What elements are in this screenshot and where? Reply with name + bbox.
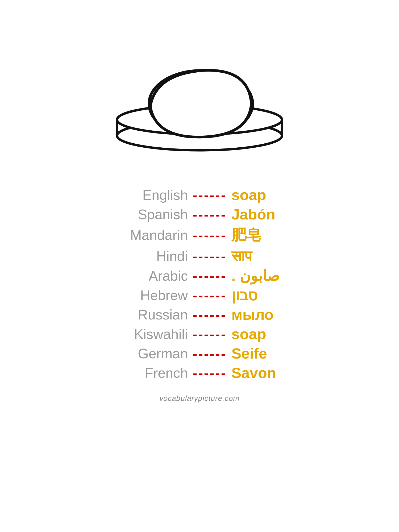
vocab-row: Spanish------Jabón xyxy=(109,206,290,223)
translation-word: साप xyxy=(231,247,290,265)
language-label: Arabic xyxy=(113,268,188,284)
dashes-separator: ------ xyxy=(193,268,227,284)
translation-word: soap xyxy=(231,325,290,343)
vocabulary-section: English------soapSpanish------JabónManda… xyxy=(0,181,399,384)
dashes-separator: ------ xyxy=(193,206,227,222)
vocab-row: English------soap xyxy=(109,186,290,203)
dashes-separator: ------ xyxy=(193,307,227,323)
translation-word: Savon xyxy=(231,364,290,381)
language-label: French xyxy=(113,365,188,381)
vocab-row: Mandarin------肥皂 xyxy=(109,225,290,245)
vocab-row: Hebrew------סבון xyxy=(109,286,290,304)
soap-illustration xyxy=(100,21,299,160)
dashes-separator: ------ xyxy=(193,365,227,381)
translation-word: סבון xyxy=(231,286,290,304)
vocab-row: French------Savon xyxy=(109,364,290,381)
vocab-row: Russian------мыло xyxy=(109,306,290,323)
language-label: German xyxy=(113,346,188,361)
dashes-separator: ------ xyxy=(193,346,227,361)
language-label: Hebrew xyxy=(113,287,188,303)
translation-word: 肥皂 xyxy=(231,225,290,245)
language-label: Russian xyxy=(113,307,188,323)
language-label: Hindi xyxy=(113,248,188,264)
dashes-separator: ------ xyxy=(193,227,227,243)
vocab-row: German------Seife xyxy=(109,345,290,362)
vocab-row: Hindi------साप xyxy=(109,247,290,265)
footer-url: vocabularypicture.com xyxy=(159,394,239,403)
language-label: Spanish xyxy=(113,206,188,222)
translation-word: мыло xyxy=(231,306,290,323)
translation-word: Jabón xyxy=(231,206,290,223)
translation-word: . صابون xyxy=(231,267,290,284)
language-label: Mandarin xyxy=(113,227,188,243)
translation-word: soap xyxy=(231,186,290,203)
vocab-row: Arabic------. صابون xyxy=(109,267,290,284)
dashes-separator: ------ xyxy=(193,287,227,303)
dashes-separator: ------ xyxy=(193,326,227,342)
language-label: Kiswahili xyxy=(113,326,188,342)
vocab-row: Kiswahili------soap xyxy=(109,325,290,343)
dashes-separator: ------ xyxy=(193,248,227,264)
illustration-section xyxy=(0,0,399,181)
translation-word: Seife xyxy=(231,345,290,362)
dashes-separator: ------ xyxy=(193,187,227,203)
language-label: English xyxy=(113,187,188,203)
